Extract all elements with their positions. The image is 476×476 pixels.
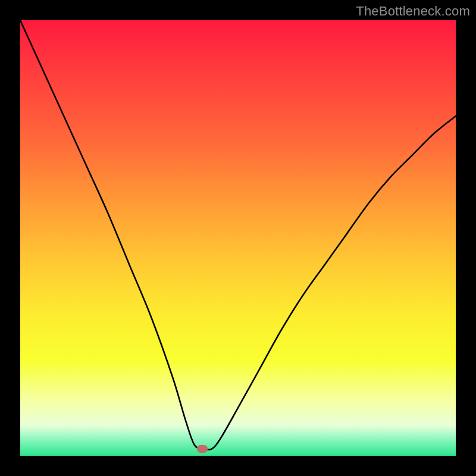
bottleneck-curve: [20, 20, 456, 450]
plot-area: [20, 20, 456, 456]
curve-svg: [20, 20, 456, 456]
chart-container: TheBottleneck.com: [0, 0, 476, 476]
optimum-marker: [197, 445, 208, 453]
watermark-text: TheBottleneck.com: [356, 4, 470, 19]
